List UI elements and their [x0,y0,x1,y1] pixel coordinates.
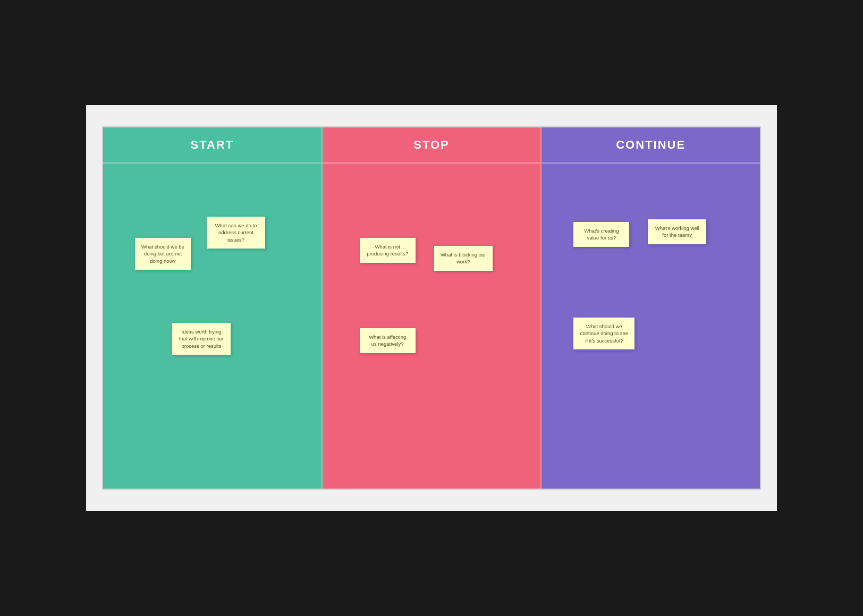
column-header-stop: STOP [323,127,541,164]
column-stop: STOPWhat is not producing results?What i… [323,127,542,489]
sticky-note-st1[interactable]: What is not producing results? [360,238,416,263]
column-header-continue: CONTINUE [542,127,760,164]
board: STARTWhat should we be doing but are not… [102,126,761,490]
sticky-note-text-st1: What is not producing results? [366,243,409,258]
column-continue: CONTINUEWhat's creating value for us?Wha… [542,127,760,489]
column-body-start: What should we be doing but are not doin… [103,164,321,489]
column-body-stop: What is not producing results?What is af… [323,164,541,489]
sticky-note-c2[interactable]: What's working well for the team? [648,219,706,244]
sticky-note-c3[interactable]: What should we continue doing to see if … [573,318,634,349]
sticky-note-text-s2: What can we do to address current issues… [213,222,259,243]
column-title-stop: STOP [413,138,450,151]
sticky-note-s1[interactable]: What should we be doing but are not doin… [135,238,191,270]
sticky-note-s3[interactable]: Ideas worth trying that will improve our… [172,323,231,355]
sticky-note-st2[interactable]: What is affecting us negatively? [360,328,416,353]
board-wrapper: STARTWhat should we be doing but are not… [86,105,777,511]
column-start: STARTWhat should we be doing but are not… [103,127,323,489]
column-header-start: START [103,127,321,164]
sticky-note-text-c3: What should we continue doing to see if … [580,323,628,344]
sticky-note-s2[interactable]: What can we do to address current issues… [207,217,265,249]
sticky-note-text-c1: What's creating value for us? [580,227,623,242]
column-title-start: START [190,138,234,151]
sticky-note-st3[interactable]: What is blocking our work? [434,246,493,271]
column-title-continue: CONTINUE [616,138,686,151]
sticky-note-text-s3: Ideas worth trying that will improve our… [179,328,224,349]
sticky-note-text-c2: What's working well for the team? [654,225,700,239]
column-body-continue: What's creating value for us?What's work… [542,164,760,489]
sticky-note-text-st3: What is blocking our work? [441,251,486,266]
sticky-note-text-st2: What is affecting us negatively? [366,333,409,348]
sticky-note-c1[interactable]: What's creating value for us? [573,222,629,247]
sticky-note-text-s1: What should we be doing but are not doin… [141,243,184,264]
